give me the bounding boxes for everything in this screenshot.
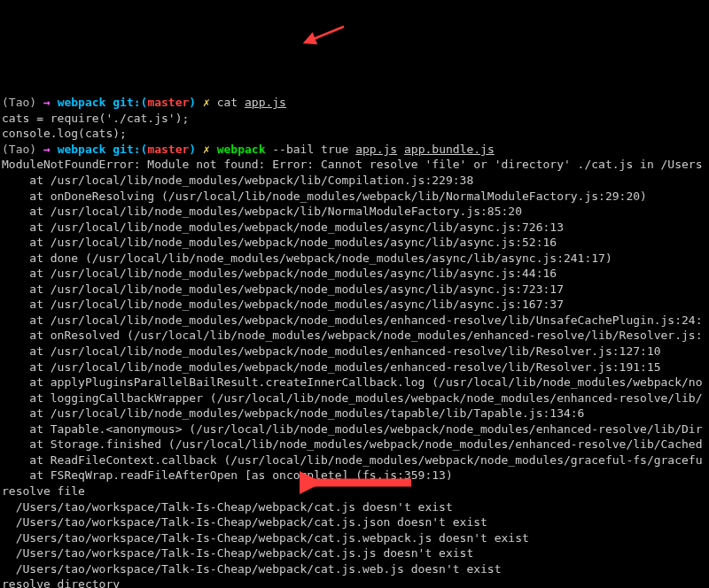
prompt-arrow: → (43, 143, 58, 156)
stack-line: at /usr/local/lib/node_modules/webpack/n… (2, 406, 584, 420)
stack-line: at /usr/local/lib/node_modules/webpack/l… (2, 205, 522, 218)
cmd-webpack: webpack (217, 143, 266, 156)
stack-line: at /usr/local/lib/node_modules/webpack/n… (2, 236, 557, 249)
prompt-user: (Tao) (2, 96, 43, 109)
resolve-heading: resolve file (2, 484, 85, 498)
output-line: console.log(cats); (2, 127, 127, 140)
stack-line: at /usr/local/lib/node_modules/webpack/n… (2, 298, 564, 311)
cmd-flags: --bail true (265, 143, 355, 156)
prompt-user: (Tao) (2, 143, 43, 156)
annotation-arrow-icon (301, 25, 346, 44)
resolve-line: /Users/tao/workspace/Talk-Is-Cheap/webpa… (2, 546, 473, 560)
stack-line: at FSReqWrap.readFileAfterOpen [as oncom… (2, 468, 453, 482)
prompt-line-1[interactable]: (Tao) → webpack git:(master) ✗ cat app.j… (2, 96, 286, 109)
prompt-dirty-icon: ✗ (196, 96, 216, 109)
prompt-path: webpack (58, 143, 106, 156)
resolve-line: /Users/tao/workspace/Talk-Is-Cheap/webpa… (2, 562, 502, 576)
resolve-line: /Users/tao/workspace/Talk-Is-Cheap/webpa… (2, 500, 453, 514)
prompt-branch: master (147, 143, 189, 156)
output-line: cats = require('./cat.js'); (2, 112, 189, 125)
stack-line: at /usr/local/lib/node_modules/webpack/n… (2, 267, 557, 280)
prompt-git-close: ) (189, 96, 196, 109)
cmd-cat-arg: app.js (245, 96, 286, 109)
stack-line: at /usr/local/lib/node_modules/webpack/n… (2, 344, 661, 358)
resolve-line: /Users/tao/workspace/Talk-Is-Cheap/webpa… (2, 515, 487, 529)
prompt-dirty-icon: ✗ (196, 143, 216, 156)
terminal[interactable]: (Tao) → webpack git:(master) ✗ cat app.j… (0, 78, 709, 588)
stack-line: at /usr/local/lib/node_modules/webpack/n… (2, 282, 564, 296)
error-line: ModuleNotFoundError: Module not found: E… (2, 158, 703, 171)
resolve-heading: resolve directory (2, 577, 120, 588)
stack-line: at /usr/local/lib/node_modules/webpack/l… (2, 174, 473, 187)
stack-line: at done (/usr/local/lib/node_modules/web… (2, 251, 612, 265)
stack-line: at loggingCallbackWrapper (/usr/local/li… (2, 391, 703, 405)
resolve-line: /Users/tao/workspace/Talk-Is-Cheap/webpa… (2, 531, 529, 545)
stack-line: at /usr/local/lib/node_modules/webpack/n… (2, 360, 661, 374)
prompt-line-2[interactable]: (Tao) → webpack git:(master) ✗ webpack -… (2, 143, 495, 156)
stack-line: at applyPluginsParallelBailResult.create… (2, 375, 703, 389)
prompt-path: webpack (58, 96, 106, 109)
stack-line: at onResolved (/usr/local/lib/node_modul… (2, 329, 703, 342)
cmd-cat: cat (217, 96, 245, 109)
stack-line: at onDoneResolving (/usr/local/lib/node_… (2, 190, 647, 203)
stack-line: at Storage.finished (/usr/local/lib/node… (2, 437, 703, 451)
prompt-git: git:( (105, 143, 147, 156)
stack-line: at /usr/local/lib/node_modules/webpack/n… (2, 313, 703, 327)
cmd-arg: app.js (355, 143, 397, 156)
space (397, 143, 404, 156)
stack-line: at Tapable.<anonymous> (/usr/local/lib/n… (2, 422, 703, 436)
cmd-arg: app.bundle.js (404, 143, 495, 156)
prompt-branch: master (147, 96, 189, 109)
prompt-git-close: ) (189, 143, 196, 156)
stack-line: at /usr/local/lib/node_modules/webpack/n… (2, 220, 564, 234)
prompt-git: git:( (105, 96, 147, 109)
stack-line: at ReadFileContext.callback (/usr/local/… (2, 453, 703, 467)
svg-line-0 (305, 27, 344, 43)
prompt-arrow: → (43, 96, 58, 109)
